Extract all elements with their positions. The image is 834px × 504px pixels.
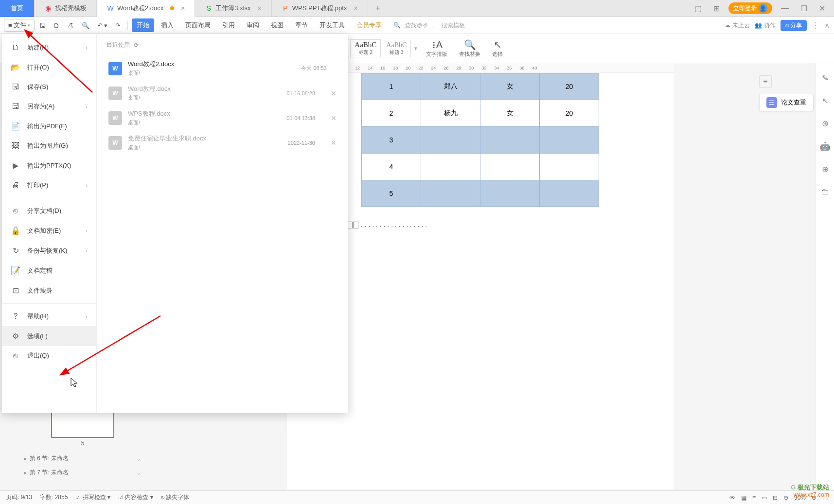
pencil-icon[interactable]: ✎ — [822, 73, 829, 83]
tab-home[interactable]: 首页 — [0, 0, 35, 17]
remove-icon[interactable]: ✕ — [331, 139, 337, 147]
table-row[interactable]: 3 — [362, 127, 599, 154]
menu-backup[interactable]: ↻备份与恢复(K)› — [2, 241, 96, 261]
menu-encrypt[interactable]: 🔒文档加密(E)› — [2, 221, 96, 241]
cursor-icon: ↖ — [494, 39, 502, 51]
ribbon-tab-ref[interactable]: 引用 — [217, 18, 240, 32]
ribbon-tab-vip[interactable]: 会员专享 — [352, 18, 387, 32]
search-box[interactable]: 🔍 查找命令、 搜索模板 — [393, 21, 465, 30]
menu-img[interactable]: 🖼输出为图片(G) — [2, 136, 96, 156]
ribbon-tab-start[interactable]: 开始 — [132, 18, 154, 32]
menu-share[interactable]: ⎋分享文档(D) — [2, 201, 96, 221]
share-button[interactable]: ⎋ 分享 — [781, 20, 807, 31]
select-button[interactable]: ↖选择 — [492, 39, 503, 58]
grid-icon[interactable]: ⊞ — [710, 4, 723, 13]
table-row[interactable]: 4 — [362, 154, 599, 180]
close-icon[interactable]: × — [181, 4, 185, 12]
close-icon[interactable]: × — [258, 4, 262, 12]
document-table[interactable]: 1郑八女20 2杨九女20 3 4 5 — [361, 73, 599, 207]
remove-icon[interactable]: ✕ — [331, 89, 337, 97]
panel-toggle-button[interactable]: ≡ — [759, 75, 772, 88]
menu-open[interactable]: 📂打开(O) — [2, 57, 96, 77]
view-mode-4[interactable]: ⊟ — [773, 494, 778, 501]
recent-item[interactable]: W 免费住宿让毕业生求职.docx桌面/ 2022-11-30 ✕ — [106, 130, 338, 155]
tab-word[interactable]: WWord教程2.docx× — [97, 0, 195, 17]
refresh-icon[interactable]: ⟳ — [134, 42, 139, 49]
recent-item[interactable]: W Word教程2.docx桌面/ 今天 08:53 — [106, 56, 338, 81]
ribbon-tab-dev[interactable]: 开发工具 — [315, 18, 350, 32]
undo-button[interactable]: ↶ ▾ — [94, 20, 111, 31]
collapse-icon[interactable]: ∧ — [824, 21, 830, 30]
save-button[interactable]: 🖫 — [36, 20, 49, 31]
nav-section[interactable]: ▸第 6 节: 未命名⌄ — [19, 452, 146, 466]
style-h2[interactable]: AaBbC标题 2 — [350, 39, 381, 57]
menu-exit[interactable]: ⎋退出(Q) — [2, 346, 96, 365]
ribbon-tab-review[interactable]: 审阅 — [242, 18, 264, 32]
folder-icon[interactable]: 🗀 — [821, 187, 829, 197]
style-more-icon[interactable]: ▾ — [411, 45, 420, 52]
menu-pdf[interactable]: 📄输出为PDF(F) — [2, 116, 96, 136]
redo-button[interactable]: ↷ — [112, 20, 124, 31]
layout-icon[interactable]: ▢ — [692, 4, 705, 13]
menu-pptx[interactable]: ▶输出为PPTX(X) — [2, 156, 96, 175]
menu-options[interactable]: ⚙选项(L) — [2, 326, 96, 346]
add-tab-button[interactable]: + — [368, 3, 388, 14]
table-row[interactable]: 5 — [362, 180, 599, 207]
arrow-icon[interactable]: ↖ — [822, 96, 829, 106]
table-row[interactable]: 1郑八女20 — [362, 73, 599, 100]
toolbar: ≡文件▾ 🖫 🗋 🖨 🔍 ↶ ▾ ↷ 开始 插入 页面布局 引用 审阅 视图 章… — [0, 17, 834, 34]
ribbon-tab-view[interactable]: 视图 — [266, 18, 288, 32]
style-h3[interactable]: AaBbC标题 3 — [382, 40, 411, 57]
more-icon[interactable]: ⋮ — [812, 21, 819, 30]
text-content[interactable]: · · · · · · — [306, 237, 654, 244]
menu-help[interactable]: ?帮助(H)› — [2, 307, 96, 326]
zoom-out[interactable]: ⊖ — [783, 494, 788, 501]
settings-icon[interactable]: ⊛ — [822, 119, 829, 129]
recent-item[interactable]: W Word教程.docx桌面/ 01-16 08:28 ✕ — [106, 81, 338, 105]
print-button[interactable]: 🖨 — [65, 20, 77, 31]
view-mode-1[interactable]: ▦ — [741, 494, 746, 501]
file-menu-button[interactable]: ≡文件▾ — [4, 19, 35, 32]
menu-saveas[interactable]: 🖫另存为(A)› — [2, 97, 96, 116]
page-indicator[interactable]: 页码: 9/13 — [6, 493, 32, 502]
view-icon[interactable]: 👁 — [729, 494, 735, 501]
ribbon-tab-insert[interactable]: 插入 — [156, 18, 178, 32]
menu-draft[interactable]: 📝文档定稿 — [2, 261, 96, 280]
close-icon[interactable]: × — [354, 4, 357, 12]
spell-check[interactable]: ☑ 拼写检查 ▾ — [75, 493, 110, 502]
tab-xlsx[interactable]: S工作簿3.xlsx× — [195, 0, 271, 17]
menu-print[interactable]: 🖨打印(P)› — [2, 175, 96, 195]
find-replace-button[interactable]: 🔍查找替换 — [459, 39, 480, 58]
cloud-status[interactable]: ☁未上云 — [725, 21, 750, 30]
globe-icon[interactable]: ⊕ — [822, 164, 829, 174]
content-check[interactable]: ☑ 内容检查 ▾ — [118, 493, 153, 502]
minimize-button[interactable]: — — [778, 4, 792, 13]
tab-daoke[interactable]: ◉找稻壳模板 — [35, 0, 97, 17]
maximize-button[interactable]: ☐ — [798, 4, 810, 13]
nav-section[interactable]: ▸第 7 节: 未命名⌄ — [19, 466, 146, 480]
login-button[interactable]: 立即登录👤 — [728, 2, 772, 14]
word-file-icon: W — [108, 62, 122, 75]
thesis-check-button[interactable]: ☰论文查重 — [759, 94, 814, 111]
view-mode-2[interactable]: ≡ — [752, 494, 756, 501]
word-icon: W — [106, 4, 114, 12]
text-layout-button[interactable]: ⫶A文字排版 — [426, 39, 447, 58]
menu-save[interactable]: 🖫保存(S) — [2, 77, 96, 97]
ribbon-tab-layout[interactable]: 页面布局 — [180, 18, 215, 32]
missing-font[interactable]: ⎋ 缺失字体 — [161, 493, 189, 502]
remove-icon[interactable]: ✕ — [331, 114, 337, 122]
text-content[interactable]: · · · · · · · · · · · · · · · · · · — [306, 222, 654, 230]
coop-button[interactable]: 👥协作 — [755, 21, 776, 30]
table-row[interactable]: 2杨九女20 — [362, 100, 599, 127]
save2-button[interactable]: 🗋 — [51, 20, 63, 31]
robot-icon[interactable]: 🤖 — [820, 141, 830, 152]
preview-button[interactable]: 🔍 — [79, 20, 92, 31]
close-window-button[interactable]: ✕ — [816, 4, 828, 13]
view-mode-3[interactable]: ▭ — [762, 494, 767, 501]
ribbon-tab-section[interactable]: 章节 — [290, 18, 313, 32]
recent-item[interactable]: W WPS教程.docx桌面/ 01-04 13:38 ✕ — [106, 105, 338, 130]
word-count[interactable]: 字数: 2855 — [40, 493, 68, 502]
tab-ppt[interactable]: PWPS PPT教程.pptx× — [272, 0, 368, 17]
menu-slim[interactable]: ⊡文件瘦身 — [2, 280, 96, 300]
menu-new[interactable]: 🗋新建(N)› — [2, 38, 96, 57]
